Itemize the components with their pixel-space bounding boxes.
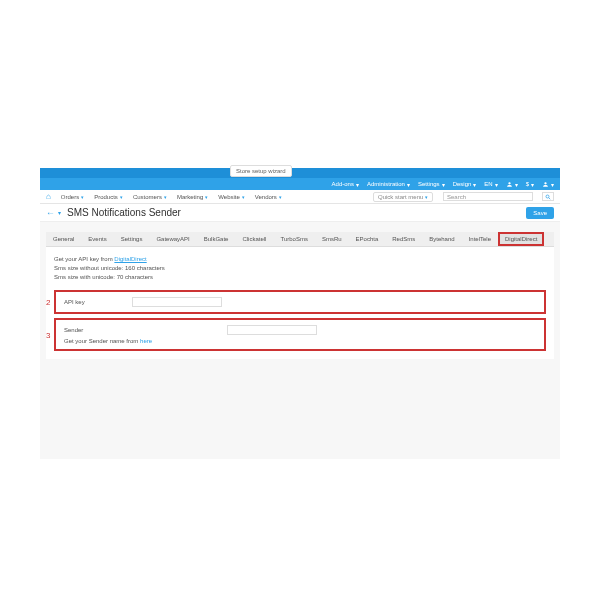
nav-language[interactable]: EN▾ (484, 181, 497, 188)
tab-redsms[interactable]: RedSms (385, 232, 422, 246)
info-text: Get your API key from DigitalDirect Sms … (54, 255, 546, 282)
tab-bulkgate[interactable]: BulkGate (197, 232, 236, 246)
api-key-input[interactable] (132, 297, 222, 307)
menu-website[interactable]: Website▾ (218, 194, 245, 200)
store-setup-wizard-button[interactable]: Store setup wizard (230, 165, 292, 177)
top-navbar: Add-ons▾ Administration▾ Settings▾ Desig… (40, 178, 560, 190)
menu-vendors[interactable]: Vendors▾ (255, 194, 282, 200)
main-menubar: ⌂ Orders▾ Products▾ Customers▾ Marketing… (40, 190, 560, 204)
nav-administration[interactable]: Administration▾ (367, 181, 410, 188)
nav-design[interactable]: Design▾ (453, 181, 477, 188)
annotation-3: 3 (46, 330, 50, 339)
menu-orders[interactable]: Orders▾ (61, 194, 84, 200)
tab-general[interactable]: General (46, 232, 81, 246)
back-button[interactable]: ← (46, 208, 55, 218)
menu-products[interactable]: Products▾ (94, 194, 123, 200)
nav-currency[interactable]: $▾ (526, 181, 534, 188)
menu-customers[interactable]: Customers▾ (133, 194, 167, 200)
annotation-2: 2 (46, 298, 50, 307)
api-key-row: 2 API key (54, 290, 546, 314)
tab-bytehand[interactable]: Bytehand (422, 232, 461, 246)
sender-label: Sender (64, 327, 112, 333)
tab-smsru[interactable]: SmsRu (315, 232, 349, 246)
sender-row: 3 Sender Get your Sender name from here (54, 318, 546, 351)
svg-point-0 (546, 195, 549, 198)
account-icon[interactable]: ▾ (542, 181, 554, 188)
tab-inteltele[interactable]: IntelTele (462, 232, 498, 246)
api-key-label: API key (64, 299, 112, 305)
page-title: SMS Notifications Sender (67, 207, 181, 218)
tab-clickatell[interactable]: Clickatell (235, 232, 273, 246)
menu-marketing[interactable]: Marketing▾ (177, 194, 208, 200)
back-caret-icon: ▾ (58, 209, 61, 216)
tab-events[interactable]: Events (81, 232, 113, 246)
tabs-bar: General Events Settings GatewayAPI BulkG… (46, 232, 554, 247)
nav-addons[interactable]: Add-ons▾ (332, 181, 359, 188)
sender-here-link[interactable]: here (140, 338, 152, 344)
home-icon[interactable]: ⌂ (46, 192, 51, 201)
tab-digitaldirect[interactable]: DigitalDirect (498, 232, 544, 246)
tab-gatewayapi[interactable]: GatewayAPI (149, 232, 196, 246)
search-icon[interactable] (542, 192, 554, 201)
title-bar: ← ▾ SMS Notifications Sender Save (40, 204, 560, 222)
search-input[interactable]: Search (443, 192, 533, 201)
save-button[interactable]: Save (526, 207, 554, 219)
tab-turbosms[interactable]: TurboSms (273, 232, 314, 246)
content-body: General Events Settings GatewayAPI BulkG… (40, 222, 560, 459)
tab-panel: Get your API key from DigitalDirect Sms … (46, 247, 554, 359)
svg-line-1 (549, 197, 551, 199)
user-icon[interactable]: ▾ (506, 181, 518, 188)
quick-start-menu[interactable]: Quick start menu ▾ (373, 192, 433, 202)
digitaldirect-link[interactable]: DigitalDirect (114, 256, 146, 262)
setup-bar: Store setup wizard (40, 168, 560, 178)
nav-settings[interactable]: Settings▾ (418, 181, 445, 188)
tab-settings[interactable]: Settings (114, 232, 150, 246)
tab-epochta[interactable]: EPochta (349, 232, 386, 246)
sender-input[interactable] (227, 325, 317, 335)
